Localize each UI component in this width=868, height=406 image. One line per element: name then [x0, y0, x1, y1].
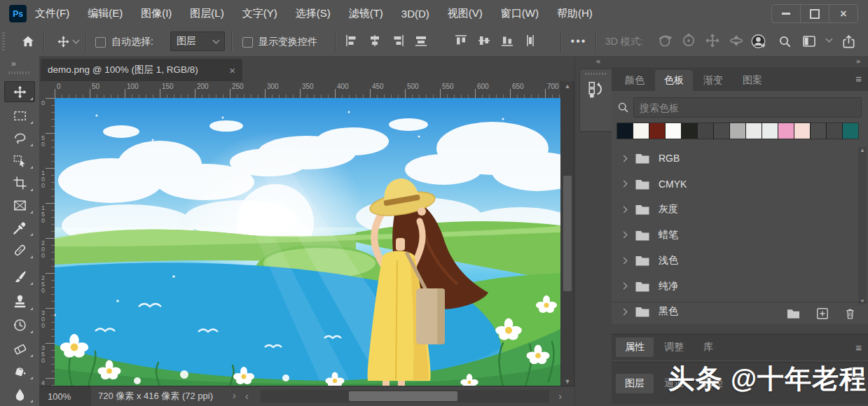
tool-rectangular-marquee[interactable] [4, 105, 35, 126]
auto-select-checkbox[interactable] [95, 37, 106, 48]
align-vertical-centers-button[interactable] [477, 34, 491, 50]
horizontal-scrollbar[interactable] [261, 390, 549, 402]
swatch-6[interactable] [714, 123, 729, 139]
swatches-tab-3[interactable]: 图案 [733, 70, 771, 91]
scroll-left-icon[interactable]: ‹ [245, 390, 249, 402]
tool-move[interactable] [4, 81, 35, 102]
tool-eyedropper[interactable] [4, 217, 35, 238]
3d-pan-button[interactable] [705, 33, 720, 51]
menu-item-3[interactable]: 图层(L) [190, 7, 223, 20]
delete-trash-icon[interactable] [844, 307, 856, 320]
swatch-14[interactable] [843, 123, 858, 139]
swatch-11[interactable] [794, 123, 810, 139]
3d-slide-button[interactable] [729, 33, 744, 51]
more-options-button[interactable]: ••• [567, 34, 590, 48]
minimize-button[interactable] [772, 5, 800, 22]
menu-item-9[interactable]: 窗口(W) [501, 7, 539, 20]
scroll-down-icon[interactable]: ▼ [562, 377, 573, 386]
vertical-ruler[interactable]: 05 01 0 01 5 02 0 02 5 03 0 03 5 04 0 0 [39, 98, 55, 386]
new-group-folder-icon[interactable] [786, 307, 801, 320]
swatch-12[interactable] [811, 123, 826, 139]
workspace-chevron-icon[interactable] [826, 36, 833, 43]
swatch-0[interactable] [617, 123, 633, 139]
swatch-10[interactable] [778, 123, 794, 139]
swatches-tab-2[interactable]: 渐变 [694, 70, 732, 91]
swatch-9[interactable] [762, 123, 778, 139]
tool-lasso[interactable] [4, 127, 35, 148]
swatches-tab-1[interactable]: 色板 [655, 70, 693, 91]
home-button[interactable] [18, 32, 38, 50]
collapsed-history-panel-button[interactable] [579, 69, 613, 132]
swatch-group-浅色[interactable]: 浅色 [612, 248, 856, 274]
menu-item-0[interactable]: 文件(F) [35, 7, 69, 20]
maximize-button[interactable] [800, 5, 829, 22]
tool-frame[interactable] [4, 195, 35, 216]
dock-collapse-left-icon[interactable]: « [596, 57, 600, 65]
share-button[interactable] [839, 32, 857, 50]
align-horizontal-centers-button[interactable] [368, 34, 382, 50]
menu-item-8[interactable]: 视图(V) [448, 7, 483, 20]
show-transform-checkbox[interactable] [242, 37, 253, 48]
tab-close-icon[interactable]: × [229, 64, 235, 76]
align-top-edges-button[interactable] [454, 34, 468, 50]
toolbar-collapse-icon[interactable]: » [11, 59, 15, 69]
distribute-vertical-button[interactable] [523, 34, 537, 50]
swatches-tab-0[interactable]: 颜色 [616, 70, 654, 91]
search-swatches-input[interactable] [633, 97, 862, 118]
panel-scrollbar[interactable]: ▲ ▼ [858, 147, 867, 304]
swatch-group-CMYK[interactable]: CMYK [612, 172, 856, 197]
menu-item-6[interactable]: 滤镜(T) [349, 7, 383, 20]
swatch-8[interactable] [746, 123, 762, 139]
menu-item-1[interactable]: 编辑(E) [88, 7, 123, 20]
tool-clone-stamp[interactable] [4, 291, 35, 312]
tool-spot-healing-brush[interactable] [4, 239, 35, 260]
tool-object-selection[interactable] [4, 150, 35, 171]
properties-tab-0[interactable]: 属性 [616, 337, 654, 357]
swatch-5[interactable] [698, 123, 713, 139]
tool-crop[interactable] [4, 172, 35, 193]
auto-select-target-dropdown[interactable]: 图层 [170, 31, 225, 51]
layers-tab-0[interactable]: 图层 [616, 374, 654, 393]
vertical-scroll-thumb[interactable] [563, 176, 572, 291]
horizontal-scroll-thumb[interactable] [349, 391, 457, 401]
status-options-chevron[interactable]: › [233, 390, 236, 401]
close-button[interactable]: × [829, 5, 857, 22]
align-bottom-edges-button[interactable] [500, 34, 514, 50]
swatch-group-纯净[interactable]: 纯净 [612, 274, 856, 300]
properties-tab-2[interactable]: 库 [694, 337, 722, 357]
account-button[interactable] [750, 32, 768, 50]
new-swatch-icon[interactable] [816, 307, 829, 320]
tool-brush[interactable] [4, 266, 35, 287]
canvas[interactable] [55, 98, 560, 386]
panel-menu-icon[interactable]: ≡ [855, 342, 862, 354]
vertical-scrollbar[interactable]: ▲ ▼ [562, 81, 573, 386]
horizontal-ruler[interactable]: 0501001502002503003504004505005506006507… [55, 81, 560, 99]
align-bottom-edges-h-button[interactable] [414, 34, 428, 50]
3d-orbit-button[interactable] [657, 33, 673, 51]
align-right-edges-button[interactable] [391, 34, 405, 50]
swatch-3[interactable] [666, 123, 681, 139]
menu-item-4[interactable]: 文字(Y) [242, 7, 277, 20]
tool-history-brush[interactable] [4, 314, 35, 335]
3d-roll-button[interactable] [681, 33, 696, 51]
options-grip[interactable] [2, 32, 5, 50]
properties-tab-1[interactable]: 调整 [655, 337, 693, 357]
move-tool-preset-button[interactable] [53, 32, 81, 50]
tool-blur[interactable] [4, 384, 35, 405]
tool-eraser[interactable] [4, 338, 35, 359]
swatch-group-蜡笔[interactable]: 蜡笔 [612, 223, 856, 248]
swatch-1[interactable] [633, 123, 649, 139]
ruler-corner[interactable] [39, 81, 55, 99]
zoom-level-field[interactable]: 100% [39, 386, 91, 406]
dock-collapse-right-icon[interactable]: » [856, 57, 860, 65]
menu-item-10[interactable]: 帮助(H) [557, 7, 593, 20]
swatch-2[interactable] [649, 123, 665, 139]
swatch-group-灰度[interactable]: 灰度 [612, 197, 856, 223]
scroll-up-icon[interactable]: ▲ [562, 81, 573, 91]
scroll-right-icon[interactable]: › [558, 390, 562, 402]
swatch-group-RGB[interactable]: RGB [612, 146, 856, 172]
menu-item-5[interactable]: 选择(S) [296, 7, 331, 20]
toolbar-grip[interactable] [8, 71, 31, 74]
swatch-4[interactable] [682, 123, 697, 139]
menu-item-2[interactable]: 图像(I) [141, 7, 172, 20]
